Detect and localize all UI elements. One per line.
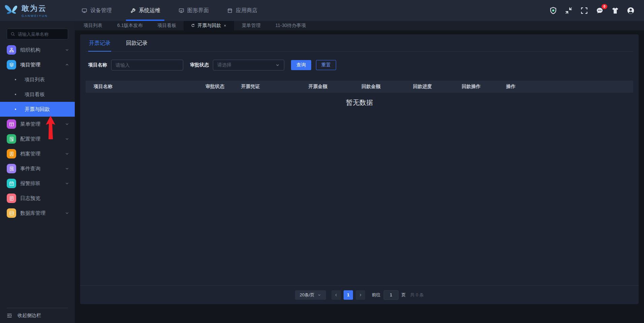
chevron-down-icon [65, 137, 69, 141]
layers-icon [7, 60, 16, 69]
topnav-item-4[interactable]: 应用商店 [226, 0, 259, 21]
log-doc-icon [9, 196, 14, 201]
panel-tab-1[interactable]: 开票记录 [88, 34, 111, 52]
open-tab-4[interactable]: 开票与回款 [184, 21, 234, 30]
sidebar-item-2[interactable]: 项目管理 [0, 57, 75, 72]
bullet-icon [15, 79, 16, 80]
user-avatar[interactable] [627, 7, 635, 14]
open-tab-label: 项目看板 [157, 23, 176, 29]
sidebar-item-3[interactable]: 菜单管理 [0, 117, 75, 131]
sidebar-item-label: 配置管理 [20, 136, 65, 142]
chevron-right-icon [358, 293, 362, 297]
search-button[interactable]: 查询 [291, 60, 311, 70]
chevron-down-icon [65, 211, 69, 215]
panel-tabs: 开票记录回款记录 [86, 34, 633, 52]
chevron-down-icon [65, 48, 69, 52]
device-monitor-icon [82, 8, 87, 13]
topnav-item-3[interactable]: 图形界面 [177, 0, 210, 21]
sidebar-item-label: 菜单管理 [20, 121, 65, 127]
security-shield-icon[interactable] [549, 7, 557, 14]
next-page-button[interactable] [356, 290, 365, 300]
tab-close-icon[interactable] [223, 24, 227, 27]
sidebar-subitem-2-1[interactable]: 项目列表 [0, 72, 75, 87]
filter-row: 项目名称 审批状态 请选择 查询 重置 [86, 60, 633, 70]
archive-doc-icon [7, 149, 16, 158]
sidebar-item-4[interactable]: 配置管理 [0, 131, 75, 146]
side-menu: 组织机构项目管理项目列表项目看板开票与回款菜单管理配置管理档案管理事件查询报警排… [0, 42, 75, 221]
sidebar-subitem-2-3[interactable]: 开票与回款 [0, 102, 75, 117]
open-tab-label: 11-30待办事项 [275, 23, 306, 29]
sidebar-item-label: 组织机构 [20, 47, 65, 53]
open-tab-2[interactable]: 6.1版本发布 [110, 21, 150, 30]
sidebar-subitem-label: 项目列表 [25, 77, 45, 83]
brand-subtitle: GANWEIYUN [22, 14, 48, 18]
column-header: 项目名称 [86, 84, 205, 90]
menu-search-input[interactable] [18, 32, 64, 37]
chevron-down-icon [275, 63, 280, 67]
chevron-up-icon [65, 62, 69, 67]
approval-status-label: 审批状态 [190, 62, 209, 68]
bullet-icon [15, 94, 16, 95]
sidebar-footer: 收起侧边栏 [0, 308, 75, 323]
sidebar-subitem-label: 开票与回款 [25, 106, 50, 113]
column-header: 开票凭证 [241, 84, 309, 90]
prev-page-button[interactable] [331, 290, 341, 300]
refresh-icon [191, 24, 195, 28]
panel-tab-2[interactable]: 回款记录 [125, 34, 148, 52]
menu-grid-icon [7, 119, 16, 129]
open-tab-1[interactable]: 项目列表 [76, 21, 110, 30]
open-tab-label: 6.1版本发布 [117, 23, 142, 29]
chevron-down-icon [65, 137, 69, 141]
butterfly-logo-icon [3, 3, 19, 18]
sidebar-item-8[interactable]: 日志预览 [0, 191, 75, 206]
page-size-value: 20条/页 [300, 292, 315, 298]
screenshot-frame-icon[interactable] [580, 7, 588, 14]
sidebar-item-label: 事件查询 [20, 166, 65, 172]
sidebar-item-7[interactable]: 报警排班 [0, 176, 75, 191]
archive-doc-icon [9, 151, 14, 156]
page-unit-label: 页 [401, 292, 406, 298]
layers-icon [9, 62, 14, 67]
open-tab-5[interactable]: 菜单管理 [234, 21, 268, 30]
brand-title: 敢为云 [22, 3, 48, 13]
sidebar-item-6[interactable]: 事件查询 [0, 161, 75, 176]
reset-button[interactable]: 重置 [316, 60, 336, 70]
topnav-item-1[interactable]: 设备管理 [80, 0, 113, 21]
event-search-icon [7, 164, 16, 173]
sidebar-item-5[interactable]: 档案管理 [0, 146, 75, 161]
chevron-down-icon [65, 166, 69, 171]
bullet-icon [15, 109, 16, 110]
topnav-item-2[interactable]: 系统运维 [129, 0, 162, 21]
current-page-button[interactable]: 1 [344, 290, 353, 300]
tab-refresh-icon[interactable] [191, 24, 195, 28]
database-icon [7, 208, 16, 218]
column-header: 回款金额 [361, 84, 413, 90]
chevron-down-icon [65, 181, 69, 186]
menu-search-box[interactable] [7, 29, 68, 39]
sidebar-item-9[interactable]: 数据库管理 [0, 206, 75, 221]
page-size-select[interactable]: 20条/页 [295, 290, 326, 300]
sidebar-subitem-2-2[interactable]: 项目看板 [0, 87, 75, 102]
config-doc-icon [7, 134, 16, 144]
project-name-field [111, 60, 183, 70]
sidebar-item-1[interactable]: 组织机构 [0, 42, 75, 57]
project-name-input[interactable] [116, 62, 179, 68]
exit-fullscreen-icon[interactable] [565, 7, 573, 14]
sidebar-subitem-label: 项目看板 [25, 91, 45, 98]
chevron-down-icon [65, 211, 69, 215]
chevron-down-icon [65, 48, 69, 52]
config-doc-icon [9, 137, 14, 142]
column-header: 操作 [506, 84, 633, 90]
theme-shirt-icon[interactable] [611, 7, 619, 14]
open-tab-3[interactable]: 项目看板 [150, 21, 184, 30]
message-icon[interactable]: 0 [596, 7, 604, 14]
collapse-sidebar-button[interactable]: 收起侧边栏 [0, 308, 75, 323]
chevron-left-icon [334, 293, 338, 297]
open-tab-6[interactable]: 11-30待办事项 [268, 21, 313, 30]
sidebar-item-label: 项目管理 [20, 62, 65, 68]
chevron-down-icon [65, 151, 69, 156]
menu-grid-icon [9, 122, 14, 127]
goto-page-input[interactable] [384, 290, 398, 300]
approval-status-select[interactable]: 请选择 [213, 60, 284, 70]
chevron-down-icon [65, 122, 69, 126]
